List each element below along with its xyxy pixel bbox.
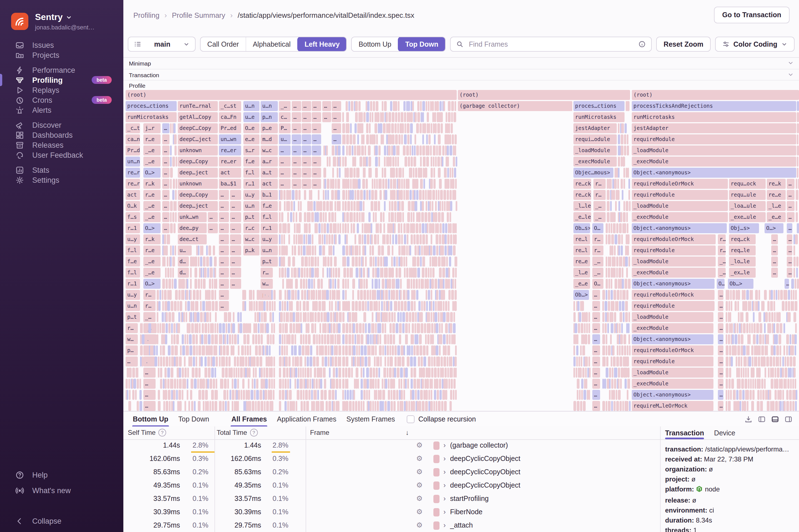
flame-frame[interactable]: … xyxy=(143,378,155,389)
flame-frame[interactable]: act xyxy=(261,178,278,189)
flame-frame-sliver[interactable] xyxy=(307,401,309,411)
flame-frame-sliver[interactable] xyxy=(226,356,228,366)
flame-frame-sliver[interactable] xyxy=(779,390,782,400)
flame-frame-sliver[interactable] xyxy=(447,356,448,366)
flame-frame-sliver[interactable] xyxy=(385,178,387,189)
flame-frame-sliver[interactable] xyxy=(295,267,297,278)
flame-frame-sliver[interactable] xyxy=(385,190,387,200)
flame-frame-sliver[interactable] xyxy=(388,301,390,311)
expand-chevron-icon[interactable]: › xyxy=(443,455,446,462)
flame-frame-sliver[interactable] xyxy=(347,123,350,133)
flame-frame-sliver[interactable] xyxy=(397,312,400,322)
flame-frame-sliver[interactable] xyxy=(382,167,384,178)
flame-frame-sliver[interactable] xyxy=(345,334,348,344)
flame-frame-sliver[interactable] xyxy=(279,378,282,389)
flame-frame-sliver[interactable] xyxy=(271,290,273,300)
flame-frame-sliver[interactable] xyxy=(628,256,630,267)
flame-frame-sliver[interactable] xyxy=(304,312,307,322)
flame-frame-sliver[interactable] xyxy=(391,267,394,278)
flame-frame-sliver[interactable] xyxy=(160,323,161,333)
flame-frame-sliver[interactable] xyxy=(225,312,227,322)
flame-frame-sliver[interactable] xyxy=(227,378,229,389)
flame-frame[interactable]: _…e xyxy=(143,212,161,222)
flame-frame-sliver[interactable] xyxy=(346,134,349,145)
flame-frame-sliver[interactable] xyxy=(293,234,295,244)
flame-frame-sliver[interactable] xyxy=(780,290,783,300)
flame-frame-sliver[interactable] xyxy=(342,156,344,167)
flame-frame-sliver[interactable] xyxy=(192,301,194,311)
flame-frame-sliver[interactable] xyxy=(752,390,755,400)
flame-frame-sliver[interactable] xyxy=(170,167,173,178)
flame-frame-sliver[interactable] xyxy=(152,334,153,344)
flame-frame-sliver[interactable] xyxy=(362,256,364,267)
flame-frame-sliver[interactable] xyxy=(311,212,314,222)
flame-frame-sliver[interactable] xyxy=(789,401,792,411)
flame-frame-sliver[interactable] xyxy=(737,290,740,300)
flame-frame-sliver[interactable] xyxy=(160,367,162,378)
flame-frame-sliver[interactable] xyxy=(402,112,403,122)
flame-frame-sliver[interactable] xyxy=(435,323,439,333)
flame-frame-sliver[interactable] xyxy=(326,201,329,211)
flame-frame-sliver[interactable] xyxy=(371,234,373,244)
flame-frame-sliver[interactable] xyxy=(731,323,733,333)
flame-frame-sliver[interactable] xyxy=(451,101,454,111)
flame-frame-sliver[interactable] xyxy=(157,312,159,322)
flame-frame-sliver[interactable] xyxy=(737,345,740,356)
flame-frame[interactable]: … xyxy=(718,334,723,344)
flame-frame-sliver[interactable] xyxy=(741,356,742,366)
flame-frame-sliver[interactable] xyxy=(759,334,762,344)
flame-frame[interactable]: r…1 xyxy=(126,223,140,233)
sidebar-item-discover[interactable]: Discover xyxy=(0,120,123,130)
flame-frame-sliver[interactable] xyxy=(417,256,420,267)
flame-frame-sliver[interactable] xyxy=(407,123,409,133)
flame-frame-sliver[interactable] xyxy=(758,290,760,300)
flame-frame[interactable]: … xyxy=(592,367,600,378)
flame-frame[interactable]: w…c xyxy=(243,234,259,244)
flame-frame-sliver[interactable] xyxy=(342,201,344,211)
flame-frame-sliver[interactable] xyxy=(454,301,457,311)
flame-frame-sliver[interactable] xyxy=(326,145,328,155)
flame-frame-sliver[interactable] xyxy=(328,345,330,356)
flame-frame-sliver[interactable] xyxy=(729,312,731,322)
flame-frame-sliver[interactable] xyxy=(174,279,177,289)
flame-frame-sliver[interactable] xyxy=(452,279,454,289)
flame-frame-sliver[interactable] xyxy=(420,123,422,133)
flame-frame-sliver[interactable] xyxy=(782,301,784,311)
flame-frame-sliver[interactable] xyxy=(577,390,578,400)
flame-frame-sliver[interactable] xyxy=(198,367,201,378)
flame-frame-sliver[interactable] xyxy=(797,112,799,122)
flame-frame-sliver[interactable] xyxy=(628,334,630,344)
flame-frame-sliver[interactable] xyxy=(437,390,439,400)
flame-frame-sliver[interactable] xyxy=(324,178,326,189)
flame-frame-sliver[interactable] xyxy=(206,367,207,378)
flame-frame-sliver[interactable] xyxy=(274,301,276,311)
flame-frame-sliver[interactable] xyxy=(295,190,298,200)
flame-frame-sliver[interactable] xyxy=(391,356,393,366)
flame-frame-sliver[interactable] xyxy=(428,323,431,333)
flame-frame-sliver[interactable] xyxy=(255,312,256,322)
flame-frame-sliver[interactable] xyxy=(351,223,352,233)
flame-frame-sliver[interactable] xyxy=(618,245,620,255)
sort-option-alphabetical[interactable]: Alphabetical xyxy=(246,37,297,52)
flame-frame-sliver[interactable] xyxy=(765,312,768,322)
flame-frame-sliver[interactable] xyxy=(366,178,368,189)
flame-frame-sliver[interactable] xyxy=(431,312,432,322)
flame-frame[interactable]: … xyxy=(219,234,229,244)
flame-frame-sliver[interactable] xyxy=(392,167,395,178)
download-icon[interactable] xyxy=(745,415,752,423)
flame-frame-sliver[interactable] xyxy=(745,367,747,378)
flame-frame-sliver[interactable] xyxy=(216,378,217,389)
flame-frame[interactable]: … xyxy=(592,401,600,411)
flame-frame-sliver[interactable] xyxy=(310,201,313,211)
flame-frame[interactable]: requ…ule xyxy=(729,190,766,200)
flame-frame-sliver[interactable] xyxy=(425,390,428,400)
flame-frame-sliver[interactable] xyxy=(403,245,406,255)
flame-frame-sliver[interactable] xyxy=(606,256,607,267)
flame-frame[interactable]: … xyxy=(162,178,169,189)
flame-frame-sliver[interactable] xyxy=(253,301,255,311)
flame-frame-sliver[interactable] xyxy=(726,378,728,389)
flame-frame[interactable]: unknown xyxy=(178,145,218,155)
flame-frame-sliver[interactable] xyxy=(291,345,293,356)
flame-frame-sliver[interactable] xyxy=(375,145,378,155)
flame-frame[interactable]: requireM…leOrMock xyxy=(632,401,713,411)
